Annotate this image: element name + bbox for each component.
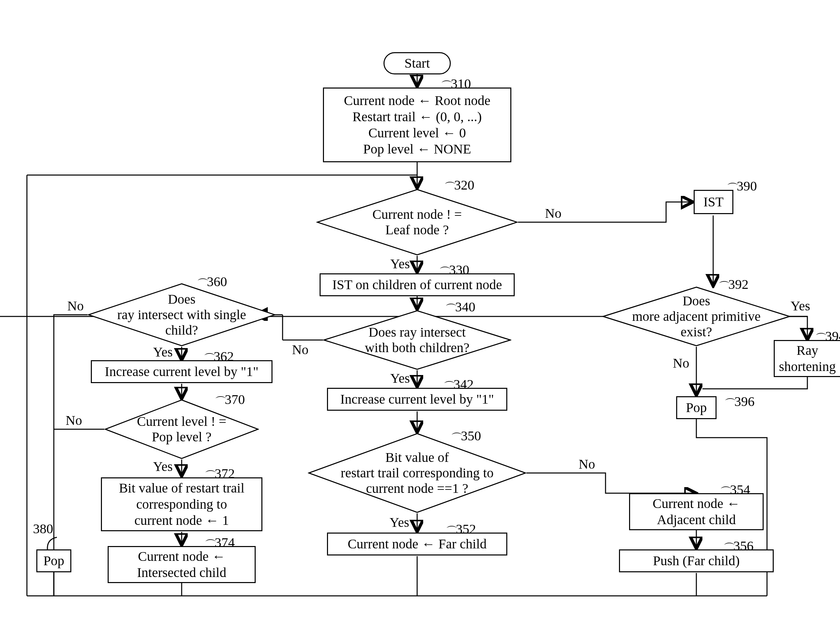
decision-360-label: Does ray intersect with single child? [117,292,246,338]
decision-392-label: Does more adjacent primitive exist? [632,293,761,340]
process-330: IST on children of current node [319,273,515,296]
decision-392: Does more adjacent primitive exist? [602,286,791,347]
ref-362: 362 [214,348,234,364]
process-352-label: Current node ← Far child [347,536,486,552]
process-390-label: IST [703,194,724,210]
ref-372: 372 [215,466,235,481]
decision-340: Does ray intersect with both children? [323,310,511,370]
process-380: Pop [36,549,71,572]
process-310-label: Current node ← Root node Restart trail ←… [344,93,490,157]
process-362-label: Increase current level by "1" [105,363,259,380]
edge-350-no: No [579,456,595,472]
flowchart-canvas: Start Current node ← Root node Restart t… [0,0,840,644]
process-372-label: Bit value of restart trail corresponding… [119,480,244,529]
decision-320: Current node ! = Leaf node ? [316,189,518,256]
ref-340: 340 [455,299,475,315]
ref-320: 320 [454,177,474,193]
ref-374: 374 [215,535,235,550]
ref-396: 396 [734,394,755,409]
edge-340-no: No [292,342,308,358]
process-380-label: Pop [43,553,64,569]
edge-340-yes: Yes [390,370,410,386]
ref-352: 352 [456,521,476,537]
edge-370-yes: Yes [153,458,173,474]
edge-360-no: No [67,298,84,314]
decision-360: Does ray intersect with single child? [87,283,276,347]
ref-394: 394 [825,328,840,344]
start-label: Start [404,55,430,71]
ref-354: 354 [730,482,750,498]
ref-390: 390 [737,178,757,194]
ref-370: 370 [225,391,245,407]
edge-320-yes: Yes [390,256,410,272]
edge-320-no: No [545,205,562,221]
ref-380: 380 [33,521,53,537]
process-374: Current node ← Intersected child [108,546,255,583]
process-352: Current node ← Far child [327,532,507,555]
process-394-label: Ray shortening [779,342,836,375]
process-394: Ray shortening [774,340,840,377]
decision-370-label: Current level ! = Pop level ? [137,414,226,445]
ref-360: 360 [207,274,227,289]
edge-350-yes: Yes [390,514,409,530]
process-342: Increase current level by "1" [327,388,507,411]
process-396: Pop [676,396,717,419]
process-362: Increase current level by "1" [91,360,272,383]
ref-392: 392 [728,276,748,292]
decision-350: Bit value of restart trail corresponding… [308,432,526,513]
ref-342: 342 [454,376,474,392]
ref-310: 310 [451,76,471,92]
process-372: Bit value of restart trail corresponding… [101,477,262,531]
decision-320-label: Current node ! = Leaf node ? [372,207,462,238]
edge-370-no: No [65,412,82,428]
edge-392-no: No [673,355,689,371]
process-310: Current node ← Root node Restart trail ←… [323,87,511,162]
edge-360-yes: Yes [153,344,173,360]
process-330-label: IST on children of current node [332,277,502,293]
process-342-label: Increase current level by "1" [341,391,494,407]
ref-356: 356 [734,538,753,554]
ref-350: 350 [461,428,481,444]
start-terminator: Start [383,52,451,74]
decision-340-label: Does ray intersect with both children? [365,325,469,355]
edge-392-yes: Yes [791,298,810,314]
decision-350-label: Bit value of restart trail corresponding… [341,450,493,496]
ref-330: 330 [449,262,469,278]
process-354: Current node ← Adjacent child [629,493,764,530]
decision-370: Current level ! = Pop level ? [104,399,259,460]
process-396-label: Pop [686,399,707,416]
